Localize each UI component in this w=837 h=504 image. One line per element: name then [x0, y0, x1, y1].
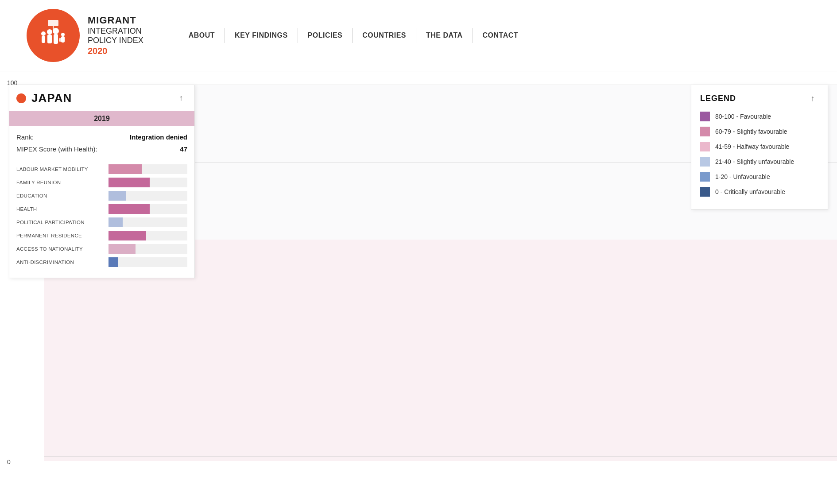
legend-item-slightly-favourable: 60-79 - Slightly favourable — [700, 127, 819, 136]
svg-rect-7 — [54, 34, 58, 44]
nav-item-key-findings[interactable]: KEY FINDINGS — [225, 28, 298, 43]
score-value: 47 — [180, 145, 187, 153]
panel-collapse-button[interactable]: ↑ — [175, 92, 187, 105]
legend-text-critically-unfavourable: 0 - Critically unfavourable — [715, 188, 785, 195]
category-bar-anti-discrimination — [108, 257, 118, 267]
category-bar-container-political-participation — [108, 217, 187, 227]
logo-text: MIGRANT INTEGRATION POLICY INDEX 2020 — [88, 15, 143, 56]
category-bar-family-reunion — [108, 178, 150, 187]
score-row: MIPEX Score (with Health): 47 — [16, 145, 187, 153]
svg-point-6 — [53, 28, 59, 34]
legend-text-unfavourable: 1-20 - Unfavourable — [715, 173, 770, 180]
nav-item-contact[interactable]: CONTACT — [473, 28, 528, 43]
legend-text-slightly-favourable: 60-79 - Slightly favourable — [715, 128, 787, 135]
legend-swatch-unfavourable — [700, 172, 710, 182]
legend-swatch-critically-unfavourable — [700, 187, 710, 197]
logo-title-line3: POLICY INDEX — [88, 36, 143, 46]
rank-row: Rank: Integration denied — [16, 133, 187, 141]
logo-title-line1: MIGRANT — [88, 15, 143, 26]
category-bar-container-education — [108, 191, 187, 201]
category-bar-container-family-reunion — [108, 178, 187, 187]
nav-item-about[interactable]: ABOUT — [179, 28, 225, 43]
legend-item-unfavourable: 1-20 - Unfavourable — [700, 172, 819, 182]
svg-point-4 — [47, 29, 52, 35]
category-row-political-participation: POLITICAL PARTICIPATION — [16, 217, 187, 227]
legend-items: 80-100 - Favourable60-79 - Slightly favo… — [700, 112, 819, 197]
legend-swatch-slightly-favourable — [700, 127, 710, 136]
logo-year: 2020 — [88, 46, 143, 56]
category-bar-permanent-residence — [108, 231, 146, 240]
category-row-anti-discrimination: ANTI-DISCRIMINATION — [16, 257, 187, 267]
categories-section: LABOUR MARKET MOBILITYFAMILY REUNIONEDUC… — [9, 161, 194, 278]
svg-rect-5 — [47, 35, 52, 43]
legend-swatch-favourable — [700, 112, 710, 121]
category-row-education: EDUCATION — [16, 191, 187, 201]
svg-rect-3 — [42, 36, 45, 43]
country-name-text: JAPAN — [31, 91, 72, 105]
legend-panel: LEGEND ↑ 80-100 - Favourable60-79 - Slig… — [691, 85, 828, 209]
category-bar-education — [108, 191, 126, 201]
category-bar-health — [108, 204, 150, 214]
legend-item-halfway-favourable: 41-59 - Halfway favourable — [700, 142, 819, 151]
country-panel: JAPAN ↑ 2019 Rank: Integration denied MI… — [9, 85, 195, 278]
category-bar-container-permanent-residence — [108, 231, 187, 240]
category-bar-political-participation — [108, 217, 123, 227]
category-bar-container-labour-market — [108, 164, 187, 174]
logo-icon — [35, 18, 71, 53]
score-label: MIPEX Score (with Health): — [16, 145, 97, 153]
svg-rect-0 — [48, 20, 58, 26]
svg-rect-10 — [61, 36, 65, 43]
rank-value: Integration denied — [130, 133, 187, 141]
legend-title: LEGEND — [700, 94, 736, 103]
category-bar-labour-market — [108, 164, 142, 174]
category-label-family-reunion: FAMILY REUNION — [16, 180, 105, 185]
category-bar-container-anti-discrimination — [108, 257, 187, 267]
category-label-access-to-nationality: ACCESS TO NATIONALITY — [16, 246, 105, 252]
legend-text-slightly-unfavourable: 21-40 - Slightly unfavourable — [715, 158, 794, 165]
category-label-political-participation: POLITICAL PARTICIPATION — [16, 220, 105, 225]
category-bar-container-health — [108, 204, 187, 214]
nav-item-countries[interactable]: COUNTRIES — [353, 28, 416, 43]
legend-item-critically-unfavourable: 0 - Critically unfavourable — [700, 187, 819, 197]
nav-item-policies[interactable]: POLICIES — [298, 28, 353, 43]
logo-circle — [27, 9, 80, 62]
category-label-permanent-residence: PERMANENT RESIDENCE — [16, 233, 105, 238]
category-label-health: HEALTH — [16, 206, 105, 212]
legend-swatch-slightly-unfavourable — [700, 157, 710, 167]
category-row-permanent-residence: PERMANENT RESIDENCE — [16, 231, 187, 240]
legend-text-halfway-favourable: 41-59 - Halfway favourable — [715, 143, 789, 150]
legend-item-slightly-unfavourable: 21-40 - Slightly unfavourable — [700, 157, 819, 167]
country-indicator-dot — [16, 93, 26, 103]
rank-label: Rank: — [16, 133, 34, 141]
category-bar-access-to-nationality — [108, 244, 136, 254]
logo-area: MIGRANT INTEGRATION POLICY INDEX 2020 — [27, 9, 143, 62]
category-label-anti-discrimination: ANTI-DISCRIMINATION — [16, 260, 105, 265]
legend-swatch-halfway-favourable — [700, 142, 710, 151]
y-axis-bottom-label: 0 — [7, 458, 11, 465]
category-label-labour-market: LABOUR MARKET MOBILITY — [16, 167, 105, 172]
panel-header: JAPAN ↑ — [9, 85, 194, 111]
category-label-education: EDUCATION — [16, 193, 105, 198]
chart-hline-bottom — [44, 456, 837, 457]
svg-point-2 — [41, 31, 46, 36]
legend-collapse-button[interactable]: ↑ — [806, 92, 819, 105]
panel-country-name: JAPAN — [16, 91, 72, 105]
logo-title-line2: INTEGRATION — [88, 27, 143, 36]
category-row-labour-market: LABOUR MARKET MOBILITY — [16, 164, 187, 174]
legend-text-favourable: 80-100 - Favourable — [715, 113, 771, 120]
panel-year-bar: 2019 — [9, 111, 194, 126]
legend-item-favourable: 80-100 - Favourable — [700, 112, 819, 121]
category-bar-container-access-to-nationality — [108, 244, 187, 254]
category-row-health: HEALTH — [16, 204, 187, 214]
category-row-access-to-nationality: ACCESS TO NATIONALITY — [16, 244, 187, 254]
legend-header: LEGEND ↑ — [700, 92, 819, 105]
header: MIGRANT INTEGRATION POLICY INDEX 2020 AB… — [0, 0, 837, 71]
svg-point-9 — [61, 33, 65, 36]
nav-item-the-data[interactable]: THE DATA — [416, 28, 473, 43]
panel-stats: Rank: Integration denied MIPEX Score (wi… — [9, 126, 194, 161]
year-label: 2019 — [94, 115, 110, 122]
main-nav: ABOUT KEY FINDINGS POLICIES COUNTRIES TH… — [179, 28, 528, 43]
category-row-family-reunion: FAMILY REUNION — [16, 178, 187, 187]
main-content: 100 0 JAPAN ↑ 2019 Rank: Integration den… — [0, 71, 837, 470]
